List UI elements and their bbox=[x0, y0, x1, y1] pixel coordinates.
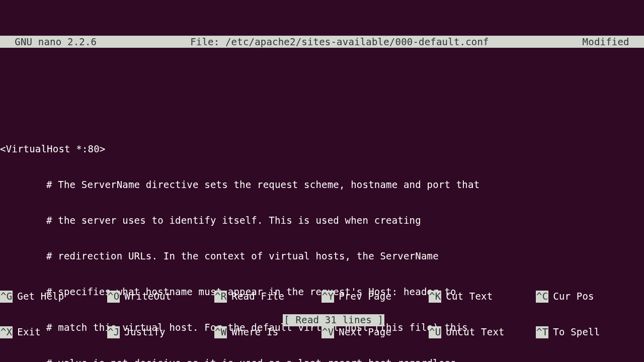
keycap-icon: ^U bbox=[429, 326, 441, 338]
shortcut-label: Get Help bbox=[17, 291, 64, 303]
keycap-icon: ^Y bbox=[321, 291, 334, 303]
nano-modified-flag: Modified bbox=[583, 36, 644, 48]
shortcut-read-file[interactable]: ^RRead File bbox=[214, 291, 321, 303]
shortcut-justify[interactable]: ^JJustify bbox=[107, 326, 214, 338]
editor-line bbox=[0, 108, 644, 120]
editor-line: # the server uses to identify itself. Th… bbox=[0, 215, 644, 227]
shortcut-prev-page[interactable]: ^YPrev Page bbox=[321, 291, 429, 303]
keycap-icon: ^R bbox=[214, 291, 227, 303]
shortcut-cut-text[interactable]: ^KCut Text bbox=[429, 291, 536, 303]
shortcut-label: Next Page bbox=[339, 326, 391, 338]
shortcut-get-help[interactable]: ^GGet Help bbox=[0, 291, 107, 303]
nano-shortcut-bar: ^GGet Help ^OWriteOut ^RRead File ^YPrev… bbox=[0, 266, 644, 362]
shortcut-label: UnCut Text bbox=[446, 326, 504, 338]
keycap-icon: ^W bbox=[214, 326, 227, 338]
keycap-icon: ^G bbox=[0, 291, 13, 303]
keycap-icon: ^J bbox=[107, 326, 120, 338]
shortcut-where-is[interactable]: ^WWhere Is bbox=[214, 326, 321, 338]
shortcut-row: ^GGet Help ^OWriteOut ^RRead File ^YPrev… bbox=[0, 291, 644, 303]
shortcut-writeout[interactable]: ^OWriteOut bbox=[107, 291, 214, 303]
shortcut-row: ^XExit ^JJustify ^WWhere Is ^VNext Page … bbox=[0, 326, 644, 338]
nano-terminal[interactable]: GNU nano 2.2.6 File: /etc/apache2/sites-… bbox=[0, 0, 644, 362]
shortcut-label: Exit bbox=[17, 326, 41, 338]
nano-version: GNU nano 2.2.6 bbox=[0, 36, 97, 48]
shortcut-next-page[interactable]: ^VNext Page bbox=[321, 326, 429, 338]
nano-file-path: File: /etc/apache2/sites-available/000-d… bbox=[97, 36, 582, 48]
keycap-icon: ^K bbox=[429, 291, 441, 303]
shortcut-label: To Spell bbox=[553, 326, 600, 338]
keycap-icon: ^C bbox=[536, 291, 548, 303]
shortcut-label: Cur Pos bbox=[553, 291, 594, 303]
shortcut-label: Read File bbox=[231, 291, 284, 303]
shortcut-label: Cut Text bbox=[446, 291, 493, 303]
editor-line: <VirtualHost *:80> bbox=[0, 143, 644, 155]
keycap-icon: ^T bbox=[536, 326, 548, 338]
keycap-icon: ^O bbox=[107, 291, 120, 303]
shortcut-uncut-text[interactable]: ^UUnCut Text bbox=[429, 326, 536, 338]
editor-line: # redirection URLs. In the context of vi… bbox=[0, 250, 644, 262]
shortcut-cur-pos[interactable]: ^CCur Pos bbox=[536, 291, 643, 303]
shortcut-exit[interactable]: ^XExit bbox=[0, 326, 107, 338]
shortcut-label: Prev Page bbox=[339, 291, 391, 303]
keycap-icon: ^V bbox=[321, 326, 334, 338]
nano-titlebar: GNU nano 2.2.6 File: /etc/apache2/sites-… bbox=[0, 36, 644, 48]
shortcut-label: WriteOut bbox=[124, 291, 171, 303]
shortcut-label: Justify bbox=[124, 326, 165, 338]
shortcut-to-spell[interactable]: ^TTo Spell bbox=[536, 326, 643, 338]
editor-line: # The ServerName directive sets the requ… bbox=[0, 179, 644, 191]
keycap-icon: ^X bbox=[0, 326, 13, 338]
shortcut-label: Where Is bbox=[231, 326, 278, 338]
